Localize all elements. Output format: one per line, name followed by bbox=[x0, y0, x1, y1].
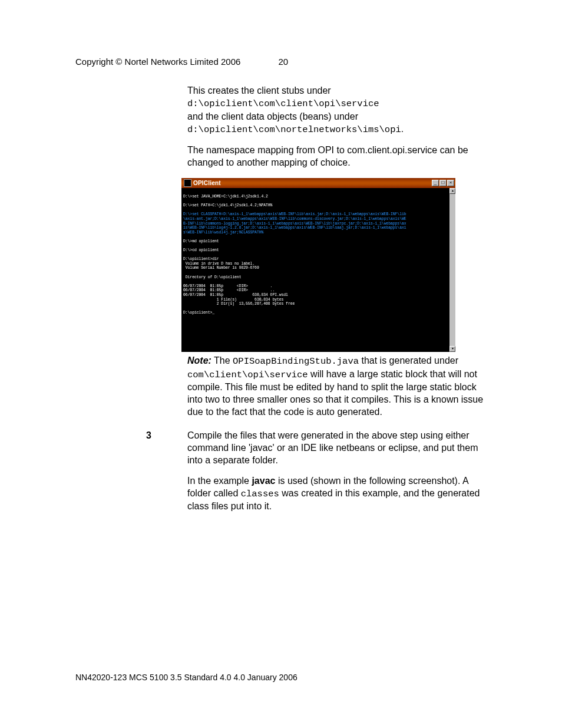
terminal-line bbox=[183, 190, 448, 195]
terminal-line: D:\>set CLASSPATH=D:\axis-1_1\webapps\ax… bbox=[183, 212, 448, 217]
text: The bbox=[211, 355, 233, 365]
terminal-line: 06/07/2004 01:05p <DIR> . bbox=[183, 284, 448, 289]
terminal-line bbox=[183, 235, 448, 239]
terminal-line: Volume in drive D has no label. bbox=[183, 262, 448, 266]
scroll-down-button[interactable]: ▾ bbox=[449, 346, 455, 352]
terminal-line: is\WEB-INF\lib\log4j-1.2.8.jar;D:\axis-1… bbox=[183, 226, 448, 230]
terminal-line: D:\>cd opiclient bbox=[183, 248, 448, 253]
code-text: OPISoapBindingStub.java bbox=[233, 356, 359, 367]
text: and the client data objects (beans) unde… bbox=[187, 111, 358, 121]
terminal-output: D:\>set JAVA_HOME=C:\jdk1.4\j2sdk1.4.2 D… bbox=[183, 190, 448, 315]
step-number: 3 bbox=[146, 429, 151, 442]
app-icon bbox=[184, 179, 191, 187]
terminal-line bbox=[183, 243, 448, 248]
minimize-button[interactable]: _ bbox=[432, 180, 439, 186]
main-content: This creates the client stubs under d:\o… bbox=[187, 84, 490, 513]
close-button[interactable]: × bbox=[447, 180, 454, 186]
terminal-line bbox=[183, 271, 448, 275]
scrollbar[interactable]: ▴ ▾ bbox=[449, 188, 455, 352]
note-paragraph: Note: The OPISoapBindingStub.java that i… bbox=[187, 354, 490, 418]
terminal-line bbox=[183, 199, 448, 204]
maximize-button[interactable]: □ bbox=[439, 180, 447, 186]
terminal-line: 1 File(s) 630,834 bytes bbox=[183, 298, 448, 302]
terminal-screenshot: OPIClient _ □ × D:\>set JAVA_HOME=C:\jdk… bbox=[181, 178, 455, 352]
terminal-line: D:\>set PATH=C:\jdk1.4\j2sdk1.4.2;%PATH% bbox=[183, 203, 448, 208]
note-label: Note: bbox=[187, 355, 211, 365]
terminal-line: B-INF\lib\commons-logging.jar;D:\axis-1_… bbox=[183, 222, 448, 226]
terminal-line: 06/07/2004 01:05p <DIR> .. bbox=[183, 288, 448, 293]
terminal-line: Directory of D:\opiclient bbox=[183, 275, 448, 280]
copyright-text: Copyright © Nortel Networks Limited 2006 bbox=[75, 57, 240, 67]
scroll-up-button[interactable]: ▴ bbox=[449, 188, 455, 194]
code-text: classes bbox=[241, 489, 279, 499]
bold-text: javac bbox=[252, 476, 275, 486]
page-number: 20 bbox=[279, 57, 289, 67]
text: that is generated under bbox=[359, 355, 458, 365]
window-titlebar: OPIClient _ □ × bbox=[181, 178, 455, 188]
terminal-line bbox=[183, 307, 448, 311]
code-path: d:\opiclient\com\nortelnetworks\ims\opi bbox=[187, 124, 401, 135]
terminal-line: Volume Serial Number is 9829-6769 bbox=[183, 266, 448, 271]
page-header: Copyright © Nortel Networks Limited 2006… bbox=[75, 57, 496, 67]
terminal-line: D:\opiclient>_ bbox=[183, 311, 448, 315]
terminal-line bbox=[183, 253, 448, 258]
terminal-line bbox=[183, 208, 448, 213]
step-paragraph-1: Compile the files that were generated in… bbox=[187, 429, 490, 466]
step-paragraph-2: In the example javac is used (shown in t… bbox=[187, 475, 490, 513]
namespace-paragraph: The namespace mapping from OPI to com.cl… bbox=[187, 144, 490, 169]
terminal-line: D:\>set JAVA_HOME=C:\jdk1.4\j2sdk1.4.2 bbox=[183, 195, 448, 199]
terminal-line: 06/07/2004 01:05p 630,834 OPI.wsdl bbox=[183, 293, 448, 298]
window-title: OPIClient bbox=[193, 179, 221, 187]
text: . bbox=[401, 124, 404, 134]
code-text: com\client\opi\service bbox=[187, 370, 308, 380]
terminal-line: s\WEB-INF\lib\wsdl4j.jar;%CLASSPATH% bbox=[183, 230, 448, 235]
terminal-line: \axis-ant.jar;D:\axis-1_1\webapps\axis\W… bbox=[183, 217, 448, 222]
text: In the example bbox=[187, 476, 252, 486]
page-footer: NN42020-123 MCS 5100 3.5 Standard 4.0 4.… bbox=[75, 673, 297, 682]
code-path: d:\opiclient\com\client\opi\service bbox=[187, 98, 379, 109]
text: This creates the client stubs under bbox=[187, 85, 331, 95]
terminal-line bbox=[183, 279, 448, 284]
terminal-line: D:\opiclient>dir bbox=[183, 257, 448, 262]
terminal-body: D:\>set JAVA_HOME=C:\jdk1.4\j2sdk1.4.2 D… bbox=[181, 188, 455, 352]
intro-paragraph: This creates the client stubs under d:\o… bbox=[187, 84, 490, 136]
step-3: 3 Compile the files that were generated … bbox=[187, 429, 490, 513]
terminal-line: 2 Dir(s) 13,556,207,408 bytes free bbox=[183, 302, 448, 307]
terminal-line: D:\>md opiclient bbox=[183, 239, 448, 244]
